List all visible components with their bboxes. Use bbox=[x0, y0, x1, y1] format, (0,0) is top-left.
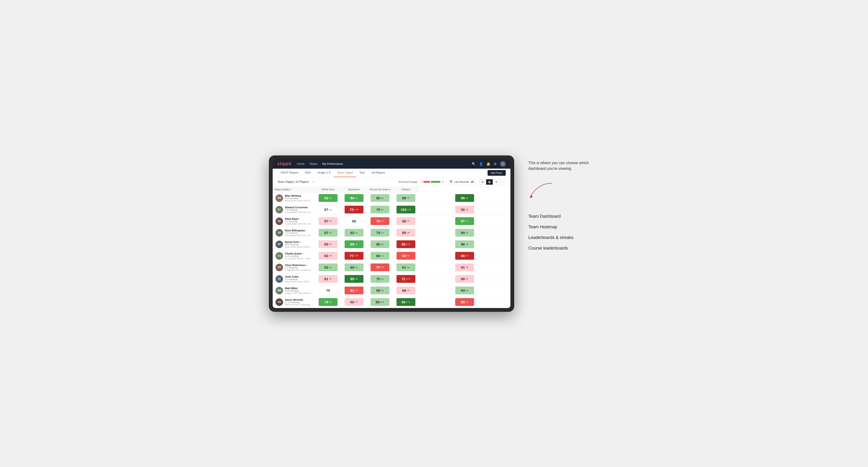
add-team-button[interactable]: Add Team bbox=[488, 170, 506, 176]
search-icon[interactable]: 🔍 bbox=[472, 162, 476, 166]
player-handicap: 1-5 Handicap bbox=[285, 232, 313, 234]
metric-number: 83 bbox=[324, 254, 328, 258]
col-off-tee[interactable]: Off the Tee ▾ bbox=[315, 187, 341, 192]
metric-change: 1▲ bbox=[381, 255, 384, 257]
player-cell[interactable]: DF David Ford✔ Plus Handicap Royal North… bbox=[273, 239, 315, 250]
metric-change: 4▲ bbox=[381, 289, 384, 291]
tab-pga[interactable]: PGA bbox=[302, 168, 314, 177]
bell-icon[interactable]: 🔔 bbox=[486, 162, 490, 166]
player-cell[interactable]: CQ Charlie Quick✔ 6-10 Handicap St. Geor… bbox=[273, 250, 315, 261]
player-cell[interactable]: BM Blair McHarg Plus Handicap Royal Nort… bbox=[273, 192, 315, 204]
metric-putting: 85 4▼ bbox=[419, 296, 510, 308]
table-row: JC Josh Coles 1-5 Handicap Royal North D… bbox=[273, 273, 510, 285]
metric-change: 4▲ bbox=[355, 231, 358, 234]
metric-value: 71 11▼ bbox=[397, 275, 415, 283]
player-cell[interactable]: JC Josh Coles 1-5 Handicap Royal North D… bbox=[273, 273, 315, 285]
metric-number: 94 bbox=[461, 231, 465, 235]
player-handicap: 6-10 Handicap bbox=[285, 255, 313, 257]
sub-nav: PGAT Players PGA Hcaps 1-5 Team Clippd T… bbox=[273, 168, 510, 177]
metric-putting: 95 9▲ bbox=[419, 192, 510, 204]
metric-change: 4▲ bbox=[329, 197, 332, 199]
col-putting[interactable]: Putting ▾ bbox=[393, 187, 419, 192]
player-club: St. George's Hill GC - Weybridge, Surrey… bbox=[285, 257, 313, 260]
player-name: David Ford✔ bbox=[285, 241, 313, 243]
metric-value: 81 4▲ bbox=[397, 263, 415, 271]
player-cell[interactable]: CR Chris Robertson✔ 1-5 Handicap Craigmi… bbox=[273, 262, 315, 273]
option-team-heatmap[interactable]: Team Heatmap bbox=[528, 224, 599, 229]
table-row: MM Matt Miller 6-10 Handicap Woburn Golf… bbox=[273, 285, 510, 296]
metric-number: 75 bbox=[326, 288, 330, 292]
player-handicap: 1-5 Handicap bbox=[285, 278, 313, 280]
nav-item-teams[interactable]: Teams bbox=[309, 161, 317, 166]
metric-number: 94 bbox=[461, 288, 465, 292]
metric-change: 4▼ bbox=[466, 301, 468, 303]
edit-icon[interactable]: ✏ bbox=[312, 181, 315, 184]
option-course-leaderboards[interactable]: Course leaderboards bbox=[528, 246, 599, 251]
nav-item-home[interactable]: Home bbox=[297, 161, 305, 166]
settings-icon[interactable]: ⚙ bbox=[494, 162, 497, 166]
avatar[interactable]: U bbox=[500, 161, 506, 167]
view-list-button[interactable]: ☰ bbox=[493, 179, 500, 185]
metric-aroundGreen: 85 3▼ bbox=[393, 227, 419, 239]
view-heatmap-button[interactable]: ▦ bbox=[486, 179, 493, 185]
metric-number: 88 bbox=[402, 196, 406, 200]
tab-team-clippd[interactable]: Team Clippd bbox=[334, 168, 356, 177]
player-info: Aaron Nicholls 11-15 Handicap Drift Golf… bbox=[285, 299, 313, 306]
table-row: DB Dave Billingham 1-5 Handicap Gog Mago… bbox=[273, 227, 510, 239]
metric-number: 74 bbox=[376, 231, 380, 235]
metric-number: 80 bbox=[376, 254, 380, 258]
metric-change: 3▼ bbox=[466, 266, 468, 269]
option-team-dashboard[interactable]: Team Dashboard bbox=[528, 214, 599, 219]
nav-icons: 🔍 👤 🔔 ⚙ U bbox=[472, 161, 506, 167]
metric-change: 3▼ bbox=[381, 220, 384, 222]
option-leaderboards[interactable]: Leaderboards & streaks bbox=[528, 235, 599, 240]
player-name: Chris Robertson✔ bbox=[285, 264, 313, 267]
metric-number: 71 bbox=[402, 277, 406, 281]
view-grid-button[interactable]: ⊞ bbox=[479, 179, 486, 185]
metric-change: 11▼ bbox=[406, 278, 410, 280]
view-settings-button[interactable]: ↕ bbox=[500, 179, 506, 185]
annotation-intro-text: This is where you can choose which dashb… bbox=[528, 160, 599, 172]
metric-change: 21▲ bbox=[406, 301, 410, 303]
metric-change: 2▼ bbox=[466, 278, 468, 280]
player-info: Chris Robertson✔ 1-5 Handicap Craigmilla… bbox=[285, 264, 313, 271]
tab-hcaps[interactable]: Hcaps 1-5 bbox=[314, 168, 334, 177]
player-cell[interactable]: EC Edward Crossman 1-5 Handicap Sunningd… bbox=[273, 204, 315, 215]
player-cell[interactable]: EE Elliot Ebert 1-5 Handicap Sunningdale… bbox=[273, 216, 315, 227]
metric-change: 10▲ bbox=[380, 301, 384, 303]
metric-value: 83 6▼ bbox=[397, 252, 415, 260]
metric-change: 3▼ bbox=[329, 243, 332, 245]
nav-item-myperformance[interactable]: My Performance bbox=[322, 161, 343, 166]
metric-aroundGreen: 83 6▼ bbox=[393, 250, 419, 261]
tab-all-players[interactable]: All Players bbox=[368, 168, 388, 177]
metric-aroundGreen: 88 1▼ bbox=[393, 192, 419, 204]
metric-value: 86 6▼ bbox=[397, 217, 415, 225]
player-cell[interactable]: DB Dave Billingham 1-5 Handicap Gog Mago… bbox=[273, 227, 315, 239]
col-player-quality[interactable]: Player Quality ▾ bbox=[273, 187, 315, 192]
metric-approach: 75 3▼ bbox=[367, 215, 393, 227]
metric-change: 3▲ bbox=[329, 266, 332, 269]
player-club: Royal North Devon Golf Club, United King… bbox=[285, 199, 313, 202]
player-cell[interactable]: MM Matt Miller 6-10 Handicap Woburn Golf… bbox=[273, 285, 315, 296]
tab-pgat-players[interactable]: PGAT Players bbox=[277, 168, 302, 177]
metric-value: 83 10▼ bbox=[397, 240, 415, 248]
metric-number: 84 bbox=[402, 300, 406, 304]
tablet-frame: clippd Home Teams My Performance 🔍 👤 🔔 ⚙… bbox=[269, 155, 514, 312]
last-rounds-button[interactable]: 📅 Last Rounds: 20 bbox=[447, 179, 476, 185]
player-cell[interactable]: AN Aaron Nicholls 11-15 Handicap Drift G… bbox=[273, 297, 315, 308]
col-approach[interactable]: Approach ▾ bbox=[341, 187, 367, 192]
player-info: David Ford✔ Plus Handicap Royal North De… bbox=[285, 241, 313, 248]
col-around-green[interactable]: Around the Green ▾ bbox=[367, 187, 393, 192]
metric-value: 89 2▼ bbox=[455, 275, 474, 283]
table-row: BM Blair McHarg Plus Handicap Royal Nort… bbox=[273, 192, 510, 204]
user-icon[interactable]: 👤 bbox=[479, 162, 483, 166]
metric-offTee: 61 3▼ bbox=[341, 285, 367, 296]
metric-value: 58 10▲ bbox=[371, 298, 390, 306]
data-table: Player Quality ▾ Off the Tee ▾ Approach … bbox=[273, 187, 510, 308]
tab-tour[interactable]: Tour bbox=[356, 168, 368, 177]
metric-playerQuality: 75 bbox=[315, 285, 341, 296]
metric-number: 86 bbox=[461, 254, 465, 258]
metric-aroundGreen: 84 21▲ bbox=[393, 296, 419, 308]
metric-value: 61 3▼ bbox=[345, 286, 364, 294]
metric-offTee: 84 6▲ bbox=[341, 192, 367, 204]
